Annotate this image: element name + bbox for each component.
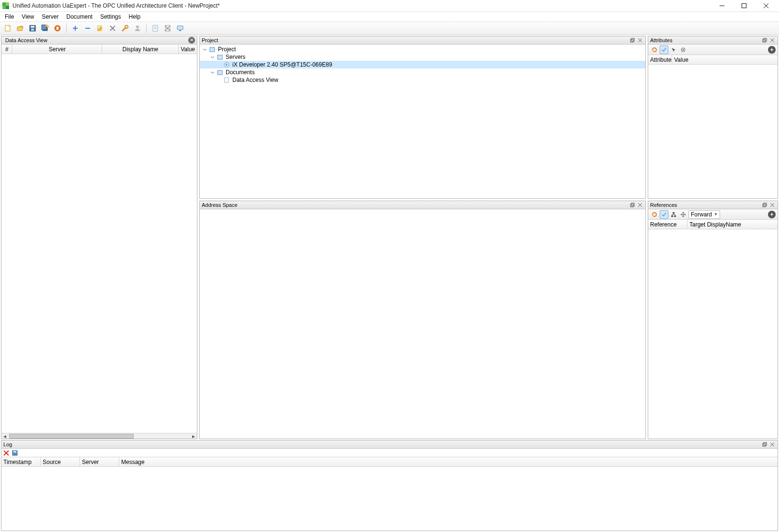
direction-dropdown[interactable]: Forward ▼ bbox=[688, 210, 720, 219]
move-icon[interactable] bbox=[679, 210, 687, 219]
col-attribute[interactable]: Attribute bbox=[648, 55, 672, 64]
expand-icon[interactable] bbox=[209, 54, 215, 60]
hierarchy-icon[interactable] bbox=[669, 210, 678, 219]
undock-icon[interactable] bbox=[629, 202, 636, 208]
stop-icon[interactable] bbox=[52, 23, 63, 34]
close-icon[interactable] bbox=[637, 202, 643, 208]
svg-rect-3 bbox=[6, 6, 9, 9]
log-body[interactable] bbox=[1, 467, 778, 531]
col-reference[interactable]: Reference bbox=[648, 220, 687, 229]
close-icon[interactable] bbox=[769, 37, 776, 44]
references-title: References bbox=[648, 201, 778, 209]
save-icon[interactable] bbox=[27, 23, 38, 34]
save-log-icon[interactable] bbox=[12, 450, 18, 456]
col-timestamp[interactable]: Timestamp bbox=[1, 457, 41, 466]
tree-documents[interactable]: Documents bbox=[200, 68, 645, 76]
dav-body[interactable] bbox=[1, 54, 197, 433]
monitor-icon[interactable] bbox=[174, 23, 186, 34]
menu-view[interactable]: View bbox=[18, 12, 38, 22]
target-icon[interactable] bbox=[679, 45, 687, 54]
project-panel: Project Project Servers bbox=[199, 36, 646, 199]
col-server[interactable]: Server bbox=[12, 45, 102, 54]
close-icon[interactable] bbox=[769, 441, 776, 448]
remove-icon[interactable] bbox=[82, 23, 93, 34]
col-value[interactable]: Value bbox=[672, 55, 778, 64]
undock-icon[interactable] bbox=[629, 37, 636, 44]
window-controls bbox=[711, 0, 777, 11]
menu-help[interactable]: Help bbox=[125, 12, 145, 22]
tree-server-item[interactable]: iX Developer 2.40 SP5@T15C-069E89 bbox=[200, 61, 645, 68]
open-icon[interactable] bbox=[14, 23, 26, 34]
project-icon bbox=[208, 45, 216, 53]
new-icon[interactable] bbox=[2, 23, 13, 34]
project-panel-label: Project bbox=[202, 37, 628, 43]
tree-servers[interactable]: Servers bbox=[200, 53, 645, 61]
close-icon[interactable] bbox=[637, 37, 643, 44]
find-icon[interactable] bbox=[119, 23, 131, 34]
log-label: Log bbox=[3, 441, 760, 447]
undock-icon[interactable] bbox=[761, 202, 768, 208]
svg-rect-18 bbox=[85, 28, 90, 29]
server-icon bbox=[223, 61, 230, 68]
tree-document-label: Data Access View bbox=[232, 77, 278, 83]
undock-icon[interactable] bbox=[761, 37, 768, 44]
save-all-icon[interactable] bbox=[39, 23, 51, 34]
undock-icon[interactable] bbox=[761, 441, 768, 448]
tree-root[interactable]: Project bbox=[200, 45, 645, 53]
scroll-thumb[interactable] bbox=[9, 434, 134, 439]
col-target-displayname[interactable]: Target DisplayName bbox=[687, 220, 778, 229]
svg-rect-0 bbox=[2, 2, 6, 6]
col-source[interactable]: Source bbox=[41, 457, 80, 466]
clear-log-icon[interactable] bbox=[3, 450, 9, 456]
folder-icon bbox=[216, 53, 224, 61]
refresh-icon[interactable] bbox=[650, 210, 659, 219]
col-server[interactable]: Server bbox=[80, 457, 119, 466]
svg-point-23 bbox=[136, 25, 139, 28]
attributes-body[interactable] bbox=[648, 65, 778, 198]
maximize-button[interactable] bbox=[733, 0, 755, 11]
close-button[interactable] bbox=[755, 0, 777, 11]
dav-horizontal-scrollbar[interactable]: ◂ ▸ bbox=[1, 433, 197, 439]
scroll-left-icon[interactable]: ◂ bbox=[1, 433, 8, 439]
tree-document-item[interactable]: Data Access View bbox=[200, 76, 645, 84]
svg-rect-2 bbox=[2, 6, 6, 9]
menu-server[interactable]: Server bbox=[38, 12, 62, 22]
delete-icon[interactable] bbox=[107, 23, 118, 34]
close-icon[interactable]: ✕ bbox=[188, 37, 195, 44]
minimize-button[interactable] bbox=[711, 0, 733, 11]
check-icon[interactable] bbox=[660, 210, 668, 219]
references-body[interactable] bbox=[648, 229, 778, 439]
project-tree[interactable]: Project Servers iX Developer 2.40 SP5@T1… bbox=[200, 45, 645, 198]
menu-document[interactable]: Document bbox=[62, 12, 96, 22]
document-icon[interactable] bbox=[149, 23, 161, 34]
svg-rect-30 bbox=[177, 26, 183, 30]
tree-servers-label: Servers bbox=[226, 54, 245, 60]
col-message[interactable]: Message bbox=[119, 457, 778, 466]
col-index[interactable]: # bbox=[1, 45, 12, 54]
col-value[interactable]: Value bbox=[179, 45, 197, 54]
main-toolbar bbox=[0, 22, 779, 35]
expand-icon[interactable] bbox=[209, 69, 215, 75]
svg-rect-42 bbox=[763, 39, 766, 42]
svg-rect-25 bbox=[154, 27, 157, 27]
expand-icon[interactable] bbox=[202, 46, 207, 52]
menu-file[interactable]: File bbox=[1, 12, 18, 22]
document-remove-icon[interactable] bbox=[162, 23, 173, 34]
col-display-name[interactable]: Display Name bbox=[102, 45, 179, 54]
project-panel-title: Project bbox=[200, 36, 645, 45]
address-space-body[interactable] bbox=[200, 209, 645, 439]
check-icon[interactable] bbox=[660, 45, 668, 54]
menu-settings[interactable]: Settings bbox=[96, 12, 125, 22]
add-reference-icon[interactable]: + bbox=[768, 211, 776, 218]
edit-icon[interactable] bbox=[94, 23, 106, 34]
refresh-icon[interactable] bbox=[650, 45, 659, 54]
scroll-right-icon[interactable]: ▸ bbox=[190, 433, 197, 439]
svg-rect-57 bbox=[671, 215, 673, 217]
add-attribute-icon[interactable]: + bbox=[768, 46, 776, 54]
add-icon[interactable] bbox=[69, 23, 81, 34]
cursor-icon[interactable] bbox=[669, 45, 678, 54]
close-icon[interactable] bbox=[769, 202, 776, 208]
svg-rect-11 bbox=[31, 29, 34, 31]
user-icon[interactable] bbox=[132, 23, 143, 34]
main-area: Project Project Servers bbox=[0, 35, 779, 439]
